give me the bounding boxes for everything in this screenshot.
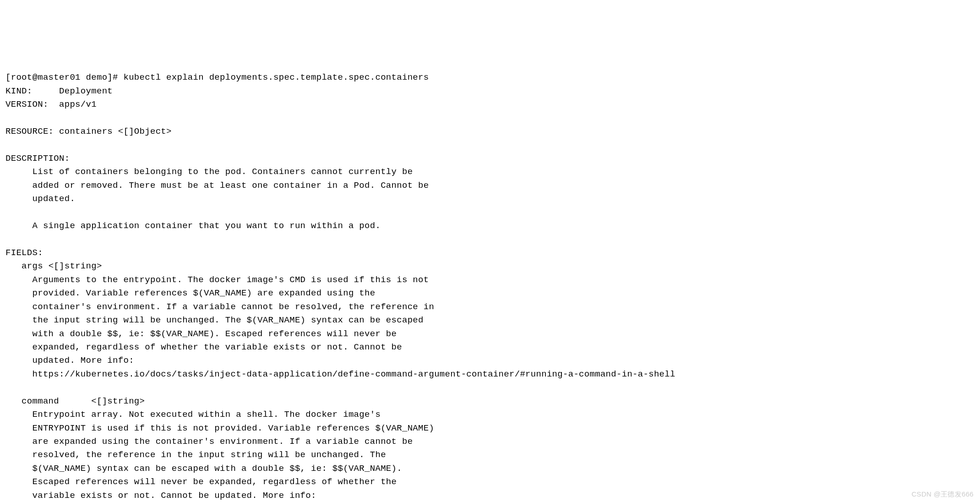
terminal-output[interactable]: [root@master01 demo]# kubectl explain de…	[5, 58, 975, 502]
field-args-text: with a double $$, ie: $$(VAR_NAME). Esca…	[5, 329, 397, 339]
version-line: VERSION: apps/v1	[5, 99, 97, 109]
description-text: List of containers belonging to the pod.…	[5, 167, 413, 177]
field-command-text: variable exists or not. Cannot be update…	[5, 491, 316, 501]
field-command-text: $(VAR_NAME) syntax can be escaped with a…	[5, 464, 402, 474]
field-args-header: args <[]string>	[5, 261, 102, 271]
field-args-text: https://kubernetes.io/docs/tasks/inject-…	[5, 369, 675, 379]
prompt-command-line: [root@master01 demo]# kubectl explain de…	[5, 72, 429, 82]
field-command-header: command <[]string>	[5, 396, 145, 406]
description-text: updated.	[5, 194, 75, 204]
field-command-text: ENTRYPOINT is used if this is not provid…	[5, 423, 434, 433]
description-text: added or removed. There must be at least…	[5, 180, 429, 191]
field-command-text: resolved, the reference in the input str…	[5, 450, 386, 460]
field-command-text: Escaped references will never be expande…	[5, 477, 397, 487]
fields-header: FIELDS:	[5, 248, 43, 258]
kind-line: KIND: Deployment	[5, 86, 113, 96]
field-args-text: container's environment. If a variable c…	[5, 302, 434, 312]
field-args-text: expanded, regardless of whether the vari…	[5, 342, 402, 352]
field-command-text: Entrypoint array. Not executed within a …	[5, 409, 381, 420]
field-command-text: are expanded using the container's envir…	[5, 437, 413, 447]
field-args-text: the input string will be unchanged. The …	[5, 315, 424, 325]
description-header: DESCRIPTION:	[5, 153, 70, 164]
field-args-text: provided. Variable references $(VAR_NAME…	[5, 288, 375, 298]
description-text: A single application container that you …	[5, 221, 381, 231]
resource-line: RESOURCE: containers <[]Object>	[5, 126, 172, 136]
watermark-text: CSDN @王德发666	[911, 489, 974, 499]
field-args-text: updated. More info:	[5, 355, 134, 366]
field-args-text: Arguments to the entrypoint. The docker …	[5, 275, 429, 285]
